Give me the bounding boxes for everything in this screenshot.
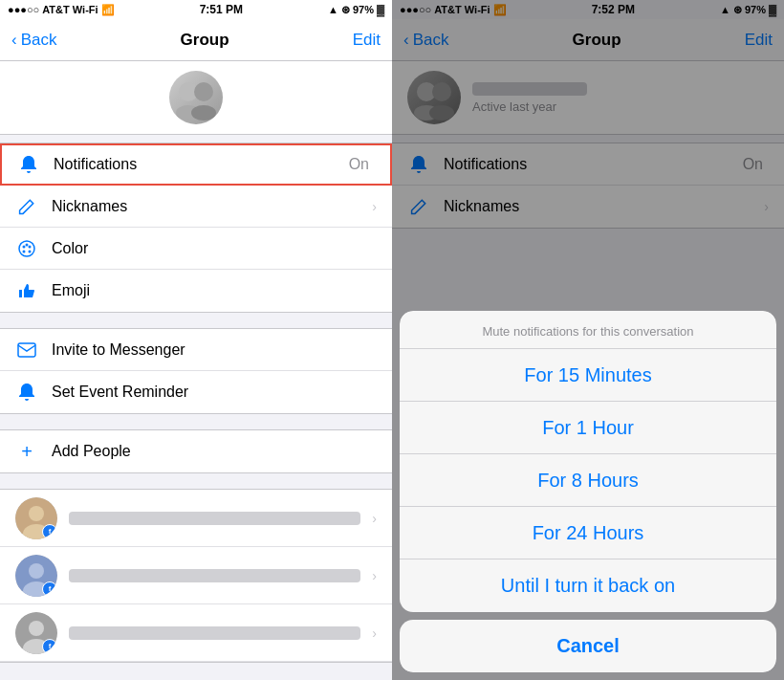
envelope-icon — [15, 339, 38, 362]
mute-1-hour-label: For 1 Hour — [542, 417, 634, 439]
modal-overlay: Mute notifications for this conversation… — [392, 0, 784, 680]
svg-point-9 — [26, 243, 29, 246]
svg-point-1 — [194, 82, 213, 101]
svg-point-15 — [29, 563, 44, 579]
spacer-1 — [0, 313, 392, 320]
emoji-label: Emoji — [52, 282, 377, 299]
contact-name-3 — [69, 626, 360, 640]
reminder-label: Set Event Reminder — [52, 384, 377, 401]
fb-badge-2: f — [42, 581, 57, 597]
menu-section-2: Invite to Messenger Set Event Reminder — [0, 328, 392, 414]
mute-15-min-label: For 15 Minutes — [524, 364, 651, 386]
mute-1-hour-option[interactable]: For 1 Hour — [400, 402, 776, 454]
fb-badge-3: f — [42, 639, 57, 654]
mute-24-hours-option[interactable]: For 24 Hours — [400, 507, 776, 559]
nicknames-item-left[interactable]: Nicknames › — [0, 186, 392, 228]
notifications-value-left: On — [349, 156, 369, 173]
notifications-label: Notifications — [54, 156, 349, 173]
edit-button-left[interactable]: Edit — [353, 31, 381, 50]
svg-point-3 — [191, 105, 216, 121]
wifi-icon: 📶 — [101, 4, 115, 16]
battery-icon-left: ▓ — [377, 4, 384, 15]
palette-icon — [15, 237, 38, 260]
thumbs-up-icon — [15, 279, 38, 302]
location-icon: ▲ — [328, 4, 338, 15]
invite-item[interactable]: Invite to Messenger — [0, 329, 392, 371]
nav-title-left: Group — [181, 31, 229, 50]
reminder-item[interactable]: Set Event Reminder — [0, 371, 392, 413]
contact-avatar-1: f — [15, 497, 57, 539]
battery-left: 97% — [353, 4, 374, 15]
contact-chevron-1: › — [372, 511, 377, 526]
pencil-icon — [15, 195, 38, 218]
nicknames-label-left: Nicknames — [52, 198, 372, 215]
svg-point-6 — [29, 245, 32, 248]
mute-24-hours-label: For 24 Hours — [533, 522, 644, 544]
action-sheet: Mute notifications for this conversation… — [400, 311, 776, 672]
svg-point-7 — [23, 250, 26, 252]
nav-bar-left: ‹ Back Group Edit — [0, 19, 392, 61]
status-right-left: ▲ ⊛ 97% ▓ — [328, 4, 384, 16]
mute-8-hours-label: For 8 Hours — [537, 470, 639, 492]
mute-until-label: Until I turn it back on — [501, 575, 675, 597]
bluetooth-icon: ⊛ — [341, 4, 350, 16]
mute-15-min-option[interactable]: For 15 Minutes — [400, 349, 776, 402]
back-label-left[interactable]: Back — [21, 31, 57, 50]
plus-icon: + — [15, 440, 38, 463]
svg-point-8 — [29, 250, 32, 252]
cancel-label: Cancel — [556, 635, 620, 657]
spacer-2 — [0, 414, 392, 422]
status-time-left: 7:51 PM — [200, 3, 243, 16]
group-avatar-section-left — [0, 61, 392, 135]
contact-chevron-2: › — [372, 568, 377, 583]
status-carrier-left: ●●●○○ AT&T Wi-Fi 📶 — [8, 4, 115, 16]
action-sheet-title: Mute notifications for this conversation — [400, 311, 776, 349]
contact-chevron-3: › — [372, 625, 377, 641]
add-people-label: Add People — [52, 443, 377, 460]
svg-point-12 — [29, 506, 44, 521]
contact-name-2 — [69, 569, 360, 582]
group-avatar-left — [169, 71, 223, 124]
fb-badge-1: f — [42, 524, 57, 539]
left-panel: ●●●○○ AT&T Wi-Fi 📶 7:51 PM ▲ ⊛ 97% ▓ ‹ B… — [0, 0, 392, 680]
mute-8-hours-option[interactable]: For 8 Hours — [400, 454, 776, 507]
invite-label: Invite to Messenger — [52, 341, 377, 359]
nicknames-chevron-left: › — [372, 199, 377, 214]
svg-point-18 — [29, 621, 44, 636]
action-sheet-main: Mute notifications for this conversation… — [400, 311, 776, 612]
signal-dots: ●●●○○ — [8, 4, 39, 15]
back-button-left[interactable]: ‹ Back — [11, 31, 56, 50]
carrier-name: AT&T Wi-Fi — [42, 4, 98, 15]
notifications-item[interactable]: Notifications On — [0, 143, 392, 186]
right-panel: ●●●○○ AT&T Wi-Fi 📶 7:52 PM ▲ ⊛ 97% ▓ ‹ B… — [392, 0, 784, 680]
svg-rect-10 — [18, 343, 35, 357]
contact-avatar-3: f — [15, 612, 57, 654]
svg-point-4 — [19, 241, 34, 256]
add-people-item[interactable]: + Add People — [0, 430, 392, 472]
contact-avatar-2: f — [15, 555, 57, 597]
bell-icon — [17, 153, 40, 176]
color-label: Color — [52, 240, 377, 257]
mute-until-option[interactable]: Until I turn it back on — [400, 559, 776, 612]
bell-reminder-icon — [15, 381, 38, 404]
contact-row-2[interactable]: f › — [0, 547, 392, 604]
menu-section-3: + Add People — [0, 429, 392, 473]
status-bar-left: ●●●○○ AT&T Wi-Fi 📶 7:51 PM ▲ ⊛ 97% ▓ — [0, 0, 392, 19]
contact-name-1 — [69, 512, 360, 525]
svg-point-5 — [23, 245, 26, 248]
spacer-3 — [0, 473, 392, 481]
back-chevron-left: ‹ — [11, 31, 17, 50]
cancel-button[interactable]: Cancel — [400, 620, 776, 672]
contact-row-3[interactable]: f › — [0, 604, 392, 662]
emoji-item-left[interactable]: Emoji — [0, 270, 392, 312]
color-item-left[interactable]: Color — [0, 228, 392, 270]
menu-section-1: Notifications On Nicknames › — [0, 143, 392, 313]
contacts-section: f › f › — [0, 489, 392, 663]
contact-row-1[interactable]: f › — [0, 490, 392, 547]
